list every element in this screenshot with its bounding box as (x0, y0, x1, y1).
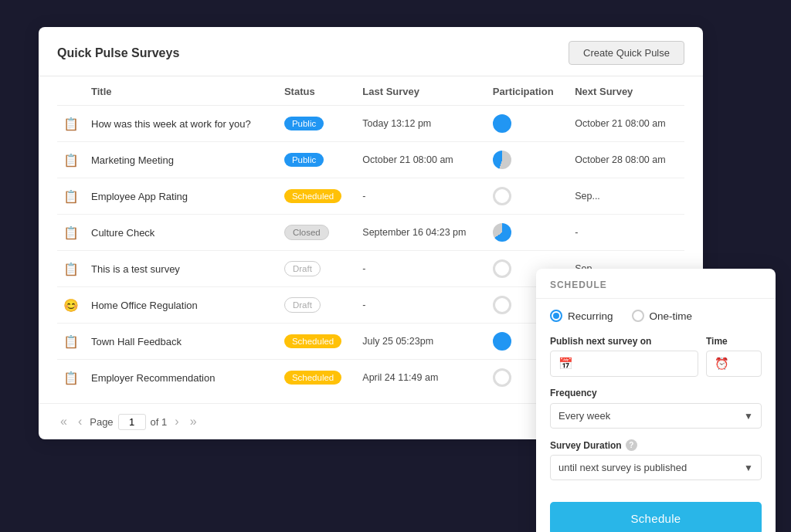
participation-empty (493, 187, 511, 205)
page-last-button[interactable]: » (187, 413, 200, 430)
row-status: Draft (278, 287, 356, 324)
create-quick-pulse-button[interactable]: Create Quick Pulse (569, 41, 684, 65)
row-status: Scheduled (278, 360, 356, 396)
recurring-radio-dot (550, 310, 562, 322)
row-title: Employee App Rating (85, 178, 278, 215)
page-prev-button[interactable]: ‹ (75, 413, 85, 430)
time-group: Time ⏰ (706, 336, 762, 377)
schedule-panel: SCHEDULE Recurring One-time Publish next… (536, 269, 776, 532)
participation-half (493, 151, 511, 169)
status-badge: Public (284, 153, 324, 167)
duration-value: until next survey is published (558, 462, 687, 473)
page-number-input[interactable] (118, 414, 146, 430)
row-title: Marketing Meeting (85, 142, 278, 178)
table-row[interactable]: 📋Employee App RatingScheduled-Sep... (57, 178, 684, 215)
status-badge: Public (284, 117, 324, 130)
row-icon: 📋 (57, 106, 85, 142)
participation-empty (493, 296, 511, 314)
status-badge: Draft (284, 261, 321, 276)
row-last-survey: - (356, 178, 487, 215)
table-row[interactable]: 📋Marketing MeetingPublicOctober 21 08:00… (57, 142, 684, 178)
row-participation (487, 142, 569, 178)
row-last-survey: April 24 11:49 am (356, 360, 487, 396)
row-next-survey: October 21 08:00 am (569, 106, 684, 142)
row-next-survey: - (569, 215, 684, 251)
card-header: Quick Pulse Surveys Create Quick Pulse (39, 27, 703, 76)
row-last-survey: - (356, 287, 487, 324)
row-status: Public (278, 106, 356, 142)
row-icon: 📋 (57, 178, 85, 215)
help-icon[interactable]: ? (626, 439, 637, 451)
participation-full (493, 114, 511, 133)
row-icon: 📋 (57, 360, 85, 396)
row-last-survey: - (356, 251, 487, 287)
row-title: This is a test survey (85, 251, 278, 287)
row-last-survey: October 21 08:00 am (356, 142, 487, 178)
row-icon: 📋 (57, 142, 85, 178)
onetime-label: One-time (650, 310, 693, 322)
recurring-label: Recurring (568, 310, 613, 322)
col-participation: Participation (487, 76, 569, 106)
duration-select[interactable]: until next survey is published ▼ (550, 455, 762, 480)
row-status: Closed (278, 215, 356, 251)
frequency-select[interactable]: Every week ▼ (550, 403, 762, 429)
table-row[interactable]: 📋How was this week at work for you?Publi… (57, 106, 684, 142)
duration-label-row: Survey Duration ? (550, 439, 762, 451)
publish-date-input[interactable]: 📅 (550, 351, 698, 377)
schedule-footer: Schedule (536, 502, 776, 532)
duration-label: Survey Duration (550, 440, 622, 451)
participation-empty (493, 368, 511, 387)
clock-icon: ⏰ (715, 357, 729, 371)
row-title: Town Hall Feedback (85, 324, 278, 360)
frequency-section: Frequency Every week ▼ (550, 388, 762, 429)
col-last-survey: Last Survey (356, 76, 487, 106)
frequency-label: Frequency (550, 388, 762, 398)
recurring-radio[interactable]: Recurring (550, 310, 613, 322)
publish-label: Publish next survey on (550, 336, 698, 347)
row-participation (487, 106, 569, 142)
row-title: Culture Check (85, 215, 278, 251)
row-participation (487, 215, 569, 251)
participation-empty (493, 259, 511, 278)
row-icon: 😊 (57, 287, 85, 324)
col-next-survey: Next Survey (569, 76, 684, 106)
row-status: Scheduled (278, 178, 356, 215)
time-input[interactable]: ⏰ (706, 351, 762, 377)
frequency-arrow-icon: ▼ (744, 411, 753, 422)
row-title: Employer Recommendation (85, 360, 278, 396)
participation-third (493, 223, 511, 242)
calendar-icon: 📅 (558, 357, 573, 371)
status-badge: Scheduled (284, 334, 341, 348)
schedule-panel-body: Recurring One-time Publish next survey o… (536, 299, 776, 502)
time-label: Time (706, 336, 762, 347)
onetime-radio[interactable]: One-time (632, 310, 693, 322)
row-title: Home Office Regulation (85, 287, 278, 324)
schedule-type-group: Recurring One-time (550, 310, 762, 322)
schedule-panel-header: SCHEDULE (536, 269, 776, 299)
row-icon: 📋 (57, 215, 85, 251)
page-of: of 1 (151, 416, 168, 428)
duration-arrow-icon: ▼ (744, 463, 753, 473)
onetime-radio-dot (632, 310, 644, 322)
row-status: Draft (278, 251, 356, 287)
row-icon: 📋 (57, 251, 85, 287)
participation-full (493, 332, 511, 351)
table-row[interactable]: 📋Culture CheckClosedSeptember 16 04:23 p… (57, 215, 684, 251)
page-label: Page (90, 416, 113, 428)
row-title: How was this week at work for you? (85, 106, 278, 142)
publish-date-group: Publish next survey on 📅 (550, 336, 698, 377)
duration-section: Survey Duration ? until next survey is p… (550, 439, 762, 480)
row-status: Scheduled (278, 324, 356, 360)
status-badge: Draft (284, 297, 321, 313)
status-badge: Scheduled (284, 371, 341, 385)
frequency-value: Every week (558, 410, 610, 422)
schedule-button[interactable]: Schedule (550, 502, 762, 532)
row-last-survey: September 16 04:23 pm (356, 215, 487, 251)
page-first-button[interactable]: « (57, 413, 70, 430)
row-participation (487, 178, 569, 215)
row-next-survey: Sep... (569, 178, 684, 215)
row-last-survey: Today 13:12 pm (356, 106, 487, 142)
page-next-button[interactable]: › (171, 413, 182, 430)
col-title: Title (85, 76, 278, 106)
row-status: Public (278, 142, 356, 178)
